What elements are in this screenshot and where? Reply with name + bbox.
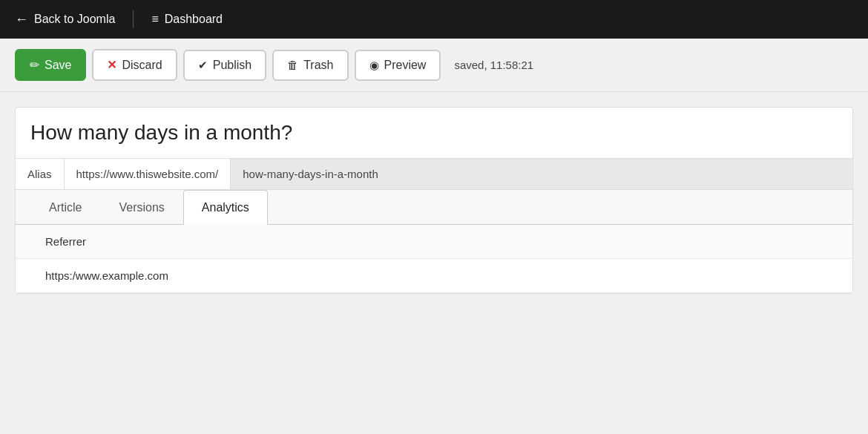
back-label: Back to Joomla bbox=[34, 13, 115, 26]
discard-label: Discard bbox=[122, 59, 162, 72]
tab-versions[interactable]: Versions bbox=[100, 190, 183, 225]
discard-button[interactable]: ✕ Discard bbox=[92, 49, 177, 81]
toolbar: ✏ Save ✕ Discard ✔ Publish 🗑 Trash ◉ Pre… bbox=[0, 39, 868, 92]
top-navigation: ← Back to Joomla ≡ Dashboard bbox=[0, 0, 868, 39]
dashboard-link[interactable]: ≡ Dashboard bbox=[151, 13, 223, 26]
dashboard-label: Dashboard bbox=[165, 13, 223, 26]
tab-article[interactable]: Article bbox=[30, 190, 100, 225]
tabs-row: Article Versions Analytics bbox=[16, 190, 852, 225]
eye-icon: ◉ bbox=[369, 59, 379, 72]
pencil-icon: ✏ bbox=[30, 58, 39, 72]
trash-icon: 🗑 bbox=[287, 59, 298, 71]
trash-button[interactable]: 🗑 Trash bbox=[272, 50, 348, 81]
content-area: Alias https://www.thiswebsite.com/ how-m… bbox=[15, 107, 853, 294]
analytics-table: Referrer https:/www.example.com bbox=[16, 225, 852, 293]
save-label: Save bbox=[45, 59, 71, 72]
table-row: https:/www.example.com bbox=[16, 259, 852, 293]
alias-row: Alias https://www.thiswebsite.com/ how-m… bbox=[16, 159, 852, 190]
preview-button[interactable]: ◉ Preview bbox=[355, 50, 441, 81]
title-row bbox=[16, 108, 852, 159]
table-header-row: Referrer bbox=[16, 225, 852, 259]
x-icon: ✕ bbox=[107, 58, 116, 72]
referrer-header: Referrer bbox=[45, 235, 86, 248]
article-title-input[interactable] bbox=[30, 121, 838, 145]
save-button[interactable]: ✏ Save bbox=[15, 49, 86, 81]
publish-label: Publish bbox=[213, 59, 251, 72]
dashboard-icon: ≡ bbox=[151, 13, 158, 26]
back-to-joomla-link[interactable]: ← Back to Joomla bbox=[15, 12, 115, 27]
alias-slug[interactable]: how-many-days-in-a-month bbox=[231, 159, 852, 189]
alias-base-url: https://www.thiswebsite.com/ bbox=[65, 159, 231, 189]
trash-label: Trash bbox=[303, 59, 333, 72]
referrer-value: https:/www.example.com bbox=[45, 269, 168, 282]
saved-time: saved, 11:58:21 bbox=[454, 59, 533, 71]
checkmark-icon: ✔ bbox=[198, 59, 208, 72]
alias-label: Alias bbox=[16, 159, 65, 189]
back-arrow-icon: ← bbox=[15, 12, 28, 27]
preview-label: Preview bbox=[384, 59, 427, 72]
nav-divider bbox=[133, 10, 134, 28]
publish-button[interactable]: ✔ Publish bbox=[183, 50, 266, 81]
tab-analytics[interactable]: Analytics bbox=[183, 190, 268, 225]
